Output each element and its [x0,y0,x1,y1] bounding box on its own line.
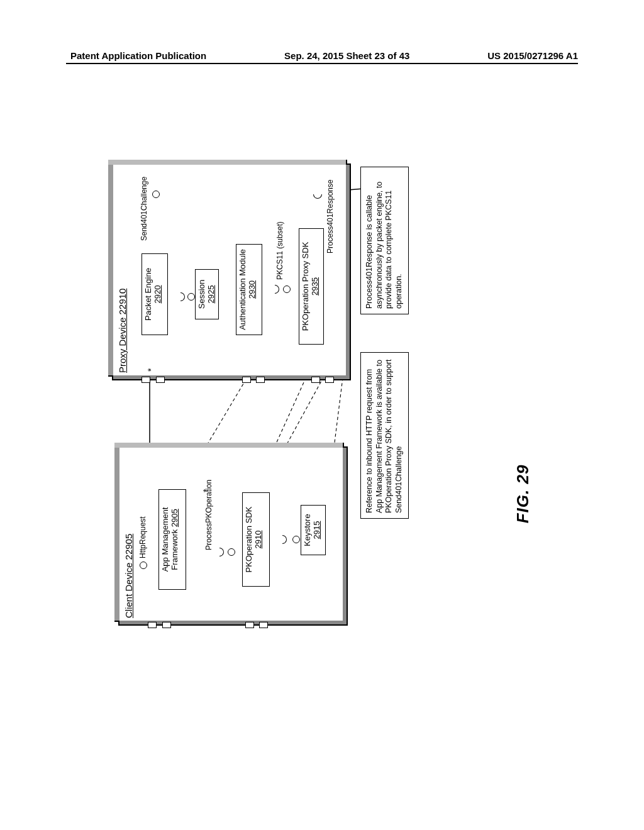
httprequest-label: HttpRequest [138,516,147,558]
diagram: Client Device 22905 HttpRequest App Mana… [84,157,562,629]
header-center: Sep. 24, 2015 Sheet 23 of 43 [284,50,409,61]
client-port-2 [162,622,171,628]
processpko-ball-icon [228,548,235,556]
keystore-ref: 2915 [312,521,321,540]
processpko-socket-icon [215,548,224,556]
auth-module-box: Authentication Module 2930 [236,244,262,335]
session-box: Session2925 [195,269,219,319]
pko-sdk-ref: 2910 [253,531,263,549]
app-mgmt-ref: 2905 [170,509,179,527]
header-left: Patent Application Publication [70,50,206,61]
client-port-1 [148,622,157,628]
page-header: Patent Application Publication Sep. 24, … [0,50,644,61]
proxy-multiplicity-star: * [146,368,156,372]
pko-proxy-sdk-ref: 2935 [310,277,319,296]
proxy-device-box: Proxy Device 22910 * Packet Engine2920 S… [112,163,351,380]
header-rule [66,63,578,64]
proxy-port-3 [242,377,251,383]
client-port-4 [259,622,268,628]
packet-engine-box: Packet Engine2920 [142,253,168,335]
process401-socket-icon [313,190,322,199]
note2-text: Process401Response is callable asynchron… [365,182,403,309]
header-right: US 2015/0271296 A1 [487,50,578,61]
note-process401-async: Process401Response is callable asynchron… [360,167,409,314]
client-title: Client Device 22905 [123,534,134,618]
proxy-port-5 [311,377,320,383]
session-ball-icon [187,293,195,301]
send401-ball-icon [152,191,160,198]
keystore-label: Keystore [303,514,312,546]
client-port-3 [245,622,254,628]
keystore-ball-icon [292,536,300,543]
app-management-framework-box: App Management Framework 2905 [158,489,186,590]
pkoperation-sdk-box: PKOperation SDK2910 [242,492,270,587]
process401-label: Process401Response [326,180,335,253]
session-label: Session [197,280,206,309]
keystore-socket-icon [278,535,287,544]
proxy-port-4 [256,377,265,383]
pko-proxy-sdk-box: PKOperation Proxy SDK2935 [299,228,324,345]
client-device-box: Client Device 22905 HttpRequest App Mana… [118,446,348,626]
session-ref: 2925 [206,285,216,304]
pkcs11-label: PKCS11 (subset) [275,221,284,280]
proxy-title: Proxy Device 22910 [117,289,128,373]
note1-text: Reference to inbound HTTP request from A… [365,359,403,513]
httprequest-icon [140,562,147,569]
pkcs11-ball-icon [283,285,291,293]
proxy-port-1 [142,377,150,383]
auth-module-ref: 2930 [247,280,257,299]
pko-sdk-label: PKOperation SDK [244,507,253,573]
note-reference-inbound: Reference to inbound HTTP request from A… [360,352,409,519]
pkcs11-socket-icon [270,285,279,294]
packet-engine-label: Packet Engine [143,268,153,321]
keystore-box: Keystore2915 [301,505,326,555]
multiplicity-star: * [201,489,211,492]
packet-engine-ref: 2920 [153,285,162,304]
send401-label: Send401Challenge [140,177,148,241]
proxy-port-6 [325,377,334,383]
pko-proxy-sdk-label: PKOperation Proxy SDK [301,242,310,331]
session-socket-icon [176,292,185,301]
auth-module-label: Authentication Module [238,249,247,330]
proxy-port-2 [156,377,165,383]
